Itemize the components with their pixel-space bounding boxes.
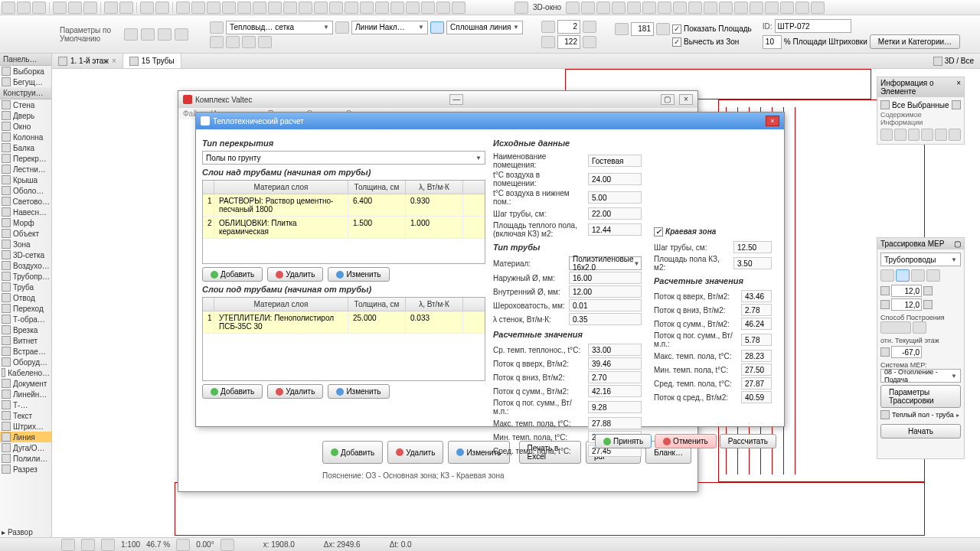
build-method-icon[interactable] <box>913 321 926 334</box>
spline-icon[interactable] <box>430 21 444 34</box>
add-button[interactable]: Добавить <box>202 267 263 282</box>
status-zoom[interactable]: 46.7 % <box>146 540 170 549</box>
tool-Документ[interactable]: Документ <box>0 378 51 389</box>
line-icon[interactable] <box>335 21 349 34</box>
toolbar-icon[interactable] <box>253 2 266 14</box>
tool-copy-icon[interactable] <box>68 2 82 14</box>
status-icon[interactable] <box>61 539 75 551</box>
param-icon[interactable] <box>158 28 172 41</box>
pattern-icon[interactable] <box>210 36 224 48</box>
toolbar-icon[interactable] <box>452 2 466 14</box>
close-icon[interactable]: × <box>112 57 116 65</box>
line-style-combo[interactable]: Тепловыд… сетка▼ <box>226 21 333 34</box>
cancel-button[interactable]: Отменить <box>655 434 717 448</box>
tool-Переход[interactable]: Переход <box>0 303 51 314</box>
panel-resize-icon[interactable]: ▢ <box>954 240 961 248</box>
dim-v-input[interactable] <box>891 298 922 311</box>
window-3d-label[interactable]: 3D-окно <box>530 3 564 11</box>
toolbar-icon[interactable] <box>734 2 748 14</box>
toolbar-icon[interactable] <box>329 2 343 14</box>
tool-paste-icon[interactable] <box>83 2 97 14</box>
val-181-input[interactable] <box>631 22 654 36</box>
toolbar-icon[interactable] <box>436 2 450 14</box>
toolbar-icon[interactable] <box>704 2 717 14</box>
mep-mode-icon[interactable] <box>880 269 894 282</box>
minimize-icon[interactable]: — <box>449 94 463 105</box>
delete-button[interactable]: Удалить <box>267 267 323 282</box>
tool-Оборуд…[interactable]: Оборуд… <box>0 357 51 367</box>
tool-Линия[interactable]: Линия <box>0 432 51 442</box>
tool-Кабелено…[interactable]: Кабелено… <box>0 367 51 378</box>
lock-icon[interactable] <box>923 300 933 309</box>
toolbar-icon[interactable] <box>658 2 671 14</box>
tool-Крыша[interactable]: Крыша <box>0 174 51 185</box>
lock-icon[interactable] <box>923 286 933 295</box>
toolbar-icon[interactable] <box>237 2 251 14</box>
tool-brush-icon[interactable] <box>140 2 154 14</box>
toolbar-icon[interactable] <box>299 2 312 14</box>
toolbar-icon[interactable] <box>191 2 205 14</box>
toolbar-icon[interactable] <box>596 2 610 14</box>
add-button[interactable]: Добавить <box>202 384 263 399</box>
toolbar-icon[interactable] <box>345 2 358 14</box>
tool-Дуга/О…[interactable]: Дуга/О… <box>0 442 51 453</box>
tool-Врезка[interactable]: Врезка <box>0 324 51 335</box>
tool-Перекр…[interactable]: Перекр… <box>0 153 51 164</box>
tool-new-icon[interactable] <box>2 2 15 14</box>
exclude-zones-check[interactable] <box>672 37 681 47</box>
delete-button[interactable]: Удалить <box>267 384 323 399</box>
line-icon[interactable] <box>210 21 224 34</box>
tool-Труба[interactable]: Труба <box>0 282 51 292</box>
tool-Витнет[interactable]: Витнет <box>0 335 51 346</box>
tool-Бегущ…[interactable]: Бегущ… <box>0 77 51 87</box>
tool-Разрез[interactable]: Разрез <box>0 464 51 474</box>
panel-close-icon[interactable]: × <box>956 79 961 96</box>
tool-save-icon[interactable] <box>32 2 46 14</box>
mep-mode-icon[interactable] <box>896 269 910 282</box>
dim-icon[interactable] <box>583 36 596 48</box>
dim-h-input[interactable] <box>891 285 922 297</box>
tool-Штрих…[interactable]: Штрих… <box>0 421 51 432</box>
toolbar-icon[interactable] <box>765 2 779 14</box>
tool-Оболо…[interactable]: Оболо… <box>0 185 51 196</box>
toolbar-icon[interactable] <box>314 2 328 14</box>
toolbar-icon[interactable] <box>627 2 641 14</box>
tab-pipes[interactable]: 15 Трубы <box>123 54 181 68</box>
line-incl-combo[interactable]: Линии Накл…▼ <box>351 21 428 34</box>
toolbar-icon[interactable] <box>514 2 528 14</box>
tool-Отвод[interactable]: Отвод <box>0 292 51 303</box>
toolbar-icon[interactable] <box>222 2 236 14</box>
field-combo[interactable]: Полиэтиленовые 16x2.0▼ <box>569 256 642 270</box>
status-icon[interactable] <box>81 539 95 551</box>
toolbar-icon[interactable] <box>406 2 420 14</box>
toolbar-icon[interactable] <box>207 2 220 14</box>
val-2-input[interactable] <box>557 20 580 34</box>
tool-Выборка[interactable]: Выборка <box>0 66 51 77</box>
level-input[interactable] <box>891 346 922 358</box>
info-tab-icon[interactable] <box>894 129 906 141</box>
valtec-title-bar[interactable]: Комплекс Valtec — ▢ × <box>178 91 697 108</box>
tool-Светово…[interactable]: Светово… <box>0 196 51 207</box>
status-scale[interactable]: 1:100 <box>121 540 140 549</box>
status-icon[interactable] <box>101 539 115 551</box>
tool-Зона[interactable]: Зона <box>0 239 51 249</box>
status-angle[interactable]: 0.00° <box>196 540 214 549</box>
toolbar-icon[interactable] <box>612 2 626 14</box>
toolbar-icon[interactable] <box>176 2 190 14</box>
floor-type-combo[interactable]: Полы по грунту▼ <box>202 151 485 165</box>
table-row[interactable]: 2ОБЛИЦОВКИ: Плитка керамическая1.5001.00… <box>203 217 485 239</box>
edge-zone-check[interactable] <box>654 227 663 236</box>
calculate-button[interactable]: Рассчитать <box>720 434 776 448</box>
pattern-icon[interactable] <box>242 36 256 48</box>
build-method-icon[interactable] <box>880 321 911 334</box>
tool-Полили…[interactable]: Полили… <box>0 453 51 464</box>
tool-Встрае…[interactable]: Встрае… <box>0 346 51 357</box>
toolbar-icon[interactable] <box>268 2 282 14</box>
tool-expand[interactable]: ▸Развор <box>0 527 52 537</box>
status-icon[interactable] <box>220 539 234 551</box>
area-icon[interactable] <box>656 23 670 35</box>
toolbar-icon[interactable] <box>360 2 374 14</box>
labels-button[interactable]: Метки и Категории… <box>870 34 960 49</box>
param-icon[interactable] <box>124 28 138 41</box>
tool-undo-icon[interactable] <box>104 2 118 14</box>
